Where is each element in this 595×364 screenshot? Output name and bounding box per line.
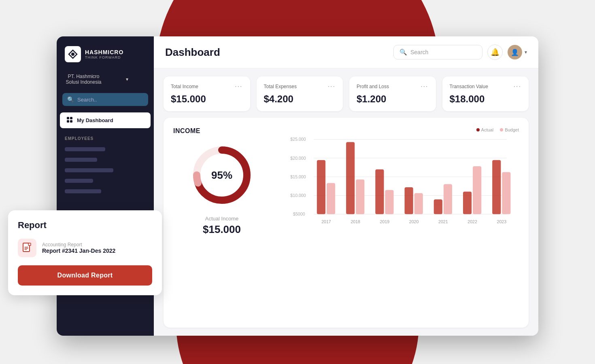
stat-more-button[interactable]: ··· (235, 83, 242, 90)
svg-text:2020: 2020 (409, 219, 419, 224)
stat-card-value: $18.000 (450, 93, 522, 105)
svg-rect-19 (327, 183, 335, 214)
search-icon: 🔍 (400, 49, 407, 56)
avatar: 👤 (508, 45, 522, 59)
svg-text:$20.000: $20.000 (290, 156, 306, 161)
svg-text:2017: 2017 (321, 219, 331, 224)
stat-card-label: Transaction Value (450, 84, 488, 89)
svg-rect-27 (405, 187, 413, 214)
sidebar-skeleton-5 (65, 189, 101, 193)
report-type: Accounting Report (42, 242, 115, 248)
sidebar-item-dashboard[interactable]: My Dashboard (60, 112, 151, 128)
svg-rect-33 (463, 192, 472, 214)
svg-rect-22 (356, 180, 364, 214)
stat-card-value: $15.000 (171, 93, 243, 105)
svg-rect-4 (70, 120, 72, 123)
stat-more-button[interactable]: ··· (421, 83, 428, 90)
stat-card-label: Total Expenses (264, 84, 297, 89)
search-bar[interactable]: 🔍 (393, 45, 482, 59)
svg-rect-1 (67, 117, 69, 119)
svg-text:$15.000: $15.000 (290, 174, 306, 179)
chevron-down-icon: ▾ (106, 76, 147, 82)
svg-text:2019: 2019 (380, 219, 390, 224)
sidebar-search[interactable]: 🔍 (62, 93, 148, 106)
svg-text:2021: 2021 (438, 219, 448, 224)
legend-dot-budget (500, 128, 503, 131)
stat-card-header: Transaction Value ··· (450, 83, 522, 90)
stat-card-value: $1.200 (357, 93, 429, 105)
stat-card-transaction: Transaction Value ··· $18.000 (442, 76, 529, 111)
svg-text:$25.000: $25.000 (290, 137, 306, 142)
report-card: Report Accounting Report Report #2341 Ja… (8, 210, 162, 295)
sidebar-section-employees: EMPLOYEES (57, 130, 154, 144)
bell-button[interactable]: 🔔 (487, 44, 503, 60)
income-title: INCOME (173, 127, 200, 135)
svg-text:2018: 2018 (351, 219, 360, 224)
legend-actual: Actual (476, 127, 494, 132)
sidebar-skeleton-1 (65, 147, 105, 151)
sidebar-skeleton-4 (65, 179, 93, 183)
chevron-down-icon: ▾ (525, 49, 527, 55)
svg-rect-25 (385, 190, 393, 214)
svg-point-0 (71, 53, 74, 56)
bell-icon: 🔔 (491, 48, 499, 57)
stat-card-label: Profit and Loss (357, 84, 389, 89)
svg-rect-2 (70, 117, 72, 119)
sidebar-search-input[interactable] (77, 97, 143, 103)
company-selector[interactable]: PT. Hashmicro Solusi Indonesia ▾ (57, 70, 154, 88)
report-file-icon (18, 239, 36, 257)
svg-rect-40 (28, 243, 31, 245)
search-input[interactable] (410, 49, 476, 55)
stat-more-button[interactable]: ··· (514, 83, 521, 90)
svg-rect-28 (414, 193, 423, 214)
sidebar-item-label: My Dashboard (77, 117, 113, 123)
stat-card-header: Total Income ··· (171, 83, 243, 90)
svg-text:2022: 2022 (468, 219, 477, 224)
svg-rect-18 (317, 160, 325, 214)
stats-row: Total Income ··· $15.000 Total Expenses … (154, 68, 538, 118)
donut-chart: 95% (189, 143, 254, 207)
svg-text:$10.000: $10.000 (290, 193, 306, 198)
donut-center: 95% (211, 169, 232, 182)
chart-legend: Actual Budget (280, 127, 519, 132)
report-file-row: Accounting Report Report #2341 Jan-Des 2… (18, 239, 152, 257)
main-content: Dashboard 🔍 🔔 👤 ▾ Total Income (154, 36, 538, 336)
search-icon: 🔍 (67, 96, 74, 103)
svg-rect-21 (346, 142, 355, 214)
svg-rect-24 (375, 169, 384, 214)
grid-icon (66, 116, 73, 124)
svg-rect-3 (67, 120, 69, 123)
stat-card-label: Total Income (171, 84, 198, 89)
sidebar-logo: HASHMICRO THINK FORWARD (57, 46, 154, 70)
logo-text: HASHMICRO THINK FORWARD (85, 49, 123, 59)
legend-dot-actual (476, 128, 480, 131)
donut-percent: 95% (211, 169, 232, 182)
report-card-title: Report (18, 220, 152, 231)
svg-rect-37 (502, 172, 510, 214)
sidebar-skeleton-2 (65, 158, 97, 162)
svg-text:2023: 2023 (497, 219, 507, 224)
stat-card-value: $4.200 (264, 93, 336, 105)
report-name: Report #2341 Jan-Des 2022 (42, 248, 115, 254)
report-file-info: Accounting Report Report #2341 Jan-Des 2… (42, 242, 115, 254)
svg-rect-30 (434, 199, 442, 214)
stat-card-income: Total Income ··· $15.000 (164, 76, 250, 111)
download-report-button[interactable]: Download Report (18, 265, 152, 286)
avatar-button[interactable]: 👤 ▾ (508, 45, 527, 59)
bar-chart: $25.000 $20.000 $15.000 $10.000 $5000 (280, 135, 519, 241)
svg-text:$5000: $5000 (293, 212, 305, 216)
actual-income-value: $15.000 (203, 223, 241, 236)
stat-more-button[interactable]: ··· (328, 83, 336, 90)
svg-rect-36 (492, 160, 501, 214)
legend-budget: Budget (500, 127, 519, 132)
actual-income-label: Actual Income (205, 216, 238, 222)
sidebar-skeleton-3 (65, 168, 113, 172)
income-right: Actual Budget $25.000 $20.000 $15.000 (280, 127, 519, 318)
stat-card-header: Profit and Loss ··· (357, 83, 429, 90)
logo-icon (65, 46, 81, 62)
stat-card-profit: Profit and Loss ··· $1.200 (349, 76, 436, 111)
header: Dashboard 🔍 🔔 👤 ▾ (154, 36, 538, 68)
stat-card-expenses: Total Expenses ··· $4.200 (257, 76, 343, 111)
stat-card-header: Total Expenses ··· (264, 83, 336, 90)
page-title: Dashboard (165, 46, 220, 59)
